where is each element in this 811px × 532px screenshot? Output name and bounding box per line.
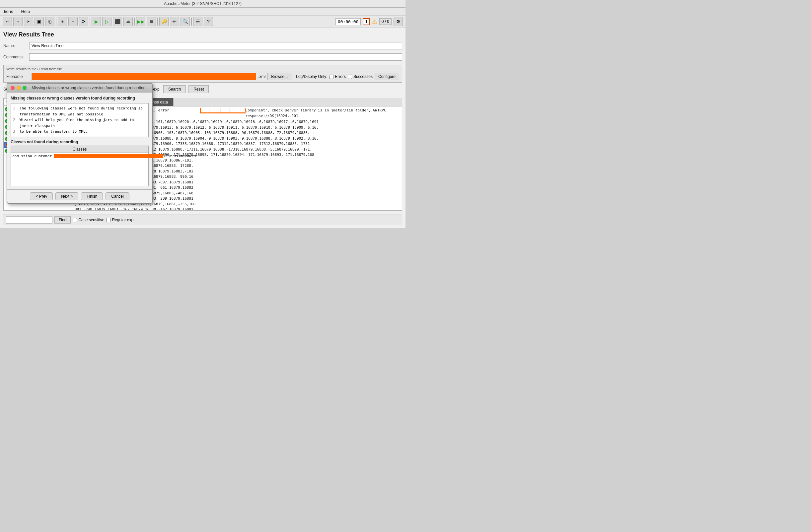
forward-btn[interactable]: → [13, 17, 22, 26]
dialog-subtitle: Missing classes or wrong classes version… [11, 96, 149, 100]
separator4 [157, 18, 158, 26]
remote-start-btn[interactable]: ▶▶ [136, 17, 146, 26]
reset-button[interactable]: Reset [188, 85, 209, 93]
comments-row: Comments: [3, 53, 402, 61]
log-display-label: Log/Display Only: [296, 74, 327, 79]
browse-button[interactable]: Browse... [267, 73, 291, 80]
dialog-text-area: 1 The following classes were not found d… [11, 103, 149, 137]
filename-input[interactable] [32, 73, 256, 80]
line-num-2: 2 [13, 117, 18, 129]
dialog-close-btn[interactable] [11, 86, 15, 90]
dialog-text-line-2: 2 Wizard will help you find the missing … [13, 117, 146, 129]
dialog-titlebar: Missing classes or wrong classes version… [7, 83, 152, 93]
dialog-min-btn[interactable] [17, 86, 20, 90]
panel-title: View Results Tree [3, 31, 402, 38]
cancel-button[interactable]: Cancel [106, 192, 129, 200]
help-btn[interactable]: ? [204, 17, 213, 26]
toolbar: ← → ✂ ▣ ⎗ + − ⟳ ▶ ▷ ⬛ ⏏ ▶▶ ⏹ 🔑 ✏ 🔍 ☰ ? 0… [0, 16, 406, 28]
file-section-title: Write results to file / Read from file [6, 67, 399, 71]
find-button[interactable]: Find [55, 216, 71, 223]
name-label: Name: [3, 44, 27, 48]
copy-btn[interactable]: ▣ [34, 17, 44, 26]
class-prefix: com.stibo.customer. [12, 154, 54, 158]
toolbar-time-section: 00:00:00 1 ⚠ 0 / 0 ⚙ [336, 17, 403, 26]
errors-checkbox[interactable] [329, 75, 334, 79]
menu-help[interactable]: Help [19, 8, 31, 15]
missing-classes-dialog: Missing classes or wrong classes version… [6, 83, 153, 204]
search-toolbar-btn[interactable]: 🔍 [181, 17, 190, 26]
find-case-sensitive-label: Case sensitive [78, 218, 104, 222]
edit-btn[interactable]: ✏ [170, 17, 179, 26]
menu-bar: tions Help [0, 7, 406, 16]
configure-button[interactable]: Configure [374, 73, 399, 80]
search-button[interactable]: Search [163, 85, 186, 93]
menu-options[interactable]: tions [3, 8, 14, 15]
cut-btn[interactable]: ✂ [24, 17, 33, 26]
paste-btn[interactable]: ⎗ [45, 17, 55, 26]
app-title: Apache JMeter (3.2-SNAPSHOT.20161127) [164, 1, 242, 6]
separator3 [134, 18, 135, 26]
find-case-sensitive-checkbox[interactable] [73, 218, 77, 222]
stop-btn[interactable]: ⬛ [113, 17, 122, 26]
separator2 [90, 18, 90, 26]
dialog-title: Missing classes or wrong classes version… [29, 85, 149, 90]
class-suffix: ClientComponent [164, 154, 196, 158]
title-bar: Apache JMeter (3.2-SNAPSHOT.20161127) [0, 0, 406, 7]
successes-checkbox[interactable] [348, 75, 352, 79]
file-section: Write results to file / Read from file F… [3, 65, 402, 82]
classes-table: Classes com.stibo.customer. ClientCompon… [11, 146, 149, 186]
dialog-footer: < Prev Next > Finish Cancel [7, 189, 152, 203]
remove-btn[interactable]: − [68, 17, 78, 26]
classes-table-header: Classes [11, 146, 148, 153]
timer-display: 00:00:00 [336, 18, 361, 25]
templates-btn[interactable]: 🔑 [159, 17, 169, 26]
find-regular-exp-label: Regular exp. [112, 218, 134, 222]
filename-label: Filename [6, 74, 30, 79]
sample-count: 0 / 0 [379, 18, 392, 25]
errors-checkbox-row: Errors [329, 74, 346, 79]
separator5 [191, 18, 192, 26]
settings-btn[interactable]: ⚙ [394, 17, 403, 26]
classes-table-row-1: com.stibo.customer. ClientComponent [11, 153, 148, 159]
successes-label: Successes [353, 74, 373, 79]
add-btn[interactable]: + [58, 17, 67, 26]
filename-row: Filename .xml Browse... Log/Display Only… [6, 73, 399, 80]
find-input[interactable] [6, 216, 52, 223]
errors-label: Errors [335, 74, 346, 79]
class-highlight [54, 154, 163, 158]
find-regular-exp-row: Regular exp. [106, 218, 134, 222]
classes-section-title: Classes not found during recording [11, 140, 149, 144]
line-num-1: 1 [13, 106, 18, 117]
refresh-btn[interactable]: ⟳ [79, 17, 88, 26]
name-row: Name: [3, 42, 402, 49]
tree-btn[interactable]: ☰ [193, 17, 202, 26]
warning-icon: ⚠ [372, 18, 377, 25]
comments-input[interactable] [29, 53, 402, 61]
dialog-body: Missing classes or wrong classes version… [7, 93, 152, 189]
dialog-text-1: The following classes were not found dur… [19, 106, 146, 117]
shutdown-btn[interactable]: ⏏ [123, 17, 133, 26]
separator1 [56, 18, 57, 26]
dialog-text-line-3: 3 to be able to transform to XML: [13, 129, 146, 135]
finish-button[interactable]: Finish [81, 192, 103, 200]
dialog-text-line-1: 1 The following classes were not found d… [13, 106, 146, 117]
response-line-17: 881,-248,16879,16881,-167,16879,16880,-1… [75, 207, 400, 210]
dialog-text-2: Wizard will help you find the missing ja… [19, 117, 146, 129]
find-case-sensitive-row: Case sensitive [73, 218, 104, 222]
dialog-max-btn[interactable] [22, 86, 27, 90]
back-btn[interactable]: ← [3, 17, 12, 26]
next-button[interactable]: Next > [56, 192, 78, 200]
prev-button[interactable]: < Prev [30, 192, 53, 200]
name-input[interactable] [29, 42, 402, 49]
remote-stop-btn[interactable]: ⏹ [147, 17, 156, 26]
dialog-text-3: to be able to transform to XML: [19, 129, 88, 135]
comments-label: Comments: [3, 55, 27, 59]
find-bar: Find Case sensitive Regular exp. [3, 215, 402, 225]
thread-count-badge: 1 [363, 18, 370, 25]
find-regular-exp-checkbox[interactable] [106, 218, 110, 222]
filename-ext: .xml [258, 74, 265, 79]
classes-table-empty [11, 159, 148, 186]
successes-checkbox-row: Successes [348, 74, 373, 79]
play-btn[interactable]: ▶ [92, 17, 101, 26]
play-no-pauses-btn[interactable]: ▷ [102, 17, 111, 26]
